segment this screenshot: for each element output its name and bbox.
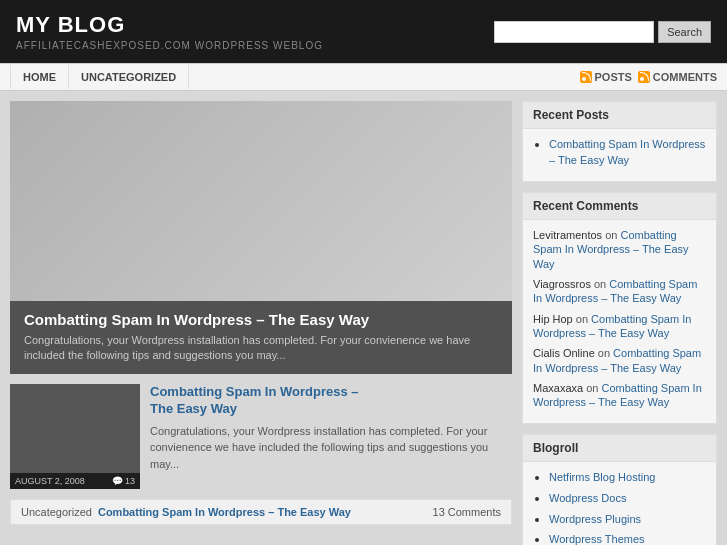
recent-posts-list: Combatting Spam In Wordpress – The Easy …: [533, 137, 706, 168]
post-footer-comments: 13 Comments: [433, 506, 501, 518]
feed-links: POSTS COMMENTS: [580, 71, 717, 83]
recent-comments-widget: Recent Comments Levitramentos on Combatt…: [522, 192, 717, 424]
comments-feed-label: COMMENTS: [653, 71, 717, 83]
post-footer-link[interactable]: Combatting Spam In Wordpress – The Easy …: [98, 506, 427, 518]
list-item: Combatting Spam In Wordpress – The Easy …: [549, 137, 706, 168]
blogroll-body: Netfirms Blog Hosting Wodpress Docs Word…: [523, 462, 716, 545]
commenter-name: Hip Hop: [533, 313, 573, 325]
post-card-title-link[interactable]: Combatting Spam In Wordpress – The Easy …: [150, 384, 512, 418]
on-text: on: [594, 278, 609, 290]
comment-bubble-icon: 💬: [112, 476, 123, 486]
blog-subtitle: AFFILIATECASHEXPOSED.COM WORDPRESS WEBLO…: [16, 40, 323, 51]
nav-bar: HOME UNCATEGORIZED POSTS COMMENTS: [0, 63, 727, 91]
nav-item-uncategorized[interactable]: UNCATEGORIZED: [69, 65, 189, 89]
sidebar: Recent Posts Combatting Spam In Wordpres…: [522, 101, 717, 545]
commenter-name: Levitramentos: [533, 229, 602, 241]
search-button[interactable]: Search: [658, 21, 711, 43]
on-text: on: [576, 313, 591, 325]
commenter-name: Viagrossros: [533, 278, 591, 290]
list-item: Wordpress Plugins: [549, 512, 706, 528]
search-input[interactable]: [494, 21, 654, 43]
blogroll-link-3[interactable]: Wordpress Plugins: [549, 513, 641, 525]
featured-caption: Combatting Spam In Wordpress – The Easy …: [10, 301, 512, 374]
commenter-name: Maxaxaxa: [533, 382, 583, 394]
comment-count: 💬 13: [112, 476, 135, 486]
recent-comments-title: Recent Comments: [523, 193, 716, 220]
post-date-bar: AUGUST 2, 2008 💬 13: [10, 473, 140, 489]
blogroll-list: Netfirms Blog Hosting Wodpress Docs Word…: [533, 470, 706, 545]
featured-image: [10, 101, 512, 301]
rss-icon-posts: [580, 71, 592, 83]
list-item: Wordpress Themes: [549, 532, 706, 545]
post-card: AUGUST 2, 2008 💬 13 Combatting Spam In W…: [10, 384, 512, 489]
recent-post-link-1[interactable]: Combatting Spam In Wordpress – The Easy …: [549, 138, 705, 166]
post-footer: Uncategorized Combatting Spam In Wordpre…: [10, 499, 512, 525]
nav-item-home[interactable]: HOME: [10, 65, 69, 89]
list-item: Levitramentos on Combatting Spam In Word…: [533, 228, 706, 271]
content-area: Combatting Spam In Wordpress – The Easy …: [0, 91, 727, 545]
list-item: Viagrossros on Combatting Spam In Wordpr…: [533, 277, 706, 306]
on-text: on: [605, 229, 620, 241]
posts-feed-label: POSTS: [595, 71, 632, 83]
recent-posts-body: Combatting Spam In Wordpress – The Easy …: [523, 129, 716, 181]
featured-post: Combatting Spam In Wordpress – The Easy …: [10, 101, 512, 374]
header: MY BLOG AFFILIATECASHEXPOSED.COM WORDPRE…: [0, 0, 727, 63]
comments-feed[interactable]: COMMENTS: [638, 71, 717, 83]
recent-posts-widget: Recent Posts Combatting Spam In Wordpres…: [522, 101, 717, 182]
search-form: Search: [494, 21, 711, 43]
post-info: Combatting Spam In Wordpress – The Easy …: [150, 384, 512, 489]
post-card-text: Congratulations, your Wordpress installa…: [150, 423, 512, 473]
blogroll-link-4[interactable]: Wordpress Themes: [549, 533, 645, 545]
list-item: Hip Hop on Combatting Spam In Wordpress …: [533, 312, 706, 341]
blogroll-link-2[interactable]: Wodpress Docs: [549, 492, 626, 504]
list-item: Wodpress Docs: [549, 491, 706, 507]
main-content: Combatting Spam In Wordpress – The Easy …: [10, 101, 512, 545]
recent-posts-title: Recent Posts: [523, 102, 716, 129]
list-item: Cialis Online on Combatting Spam In Word…: [533, 346, 706, 375]
commenter-name: Cialis Online: [533, 347, 595, 359]
list-item: Maxaxaxa on Combatting Spam In Wordpress…: [533, 381, 706, 410]
recent-comments-body: Levitramentos on Combatting Spam In Word…: [523, 220, 716, 423]
post-date: AUGUST 2, 2008: [15, 476, 85, 486]
post-category: Uncategorized: [21, 506, 92, 518]
nav-links: HOME UNCATEGORIZED: [10, 65, 189, 89]
featured-post-title[interactable]: Combatting Spam In Wordpress – The Easy …: [24, 311, 498, 328]
posts-feed[interactable]: POSTS: [580, 71, 632, 83]
blog-title: MY BLOG: [16, 12, 323, 38]
blogroll-link-1[interactable]: Netfirms Blog Hosting: [549, 471, 655, 483]
blogroll-title: Blogroll: [523, 435, 716, 462]
list-item: Netfirms Blog Hosting: [549, 470, 706, 486]
comment-number: 13: [125, 476, 135, 486]
on-text: on: [586, 382, 601, 394]
on-text: on: [598, 347, 613, 359]
rss-icon-comments: [638, 71, 650, 83]
post-thumbnail: AUGUST 2, 2008 💬 13: [10, 384, 140, 489]
blogroll-widget: Blogroll Netfirms Blog Hosting Wodpress …: [522, 434, 717, 545]
featured-post-excerpt: Congratulations, your Wordpress installa…: [24, 333, 498, 364]
blog-branding: MY BLOG AFFILIATECASHEXPOSED.COM WORDPRE…: [16, 12, 323, 51]
